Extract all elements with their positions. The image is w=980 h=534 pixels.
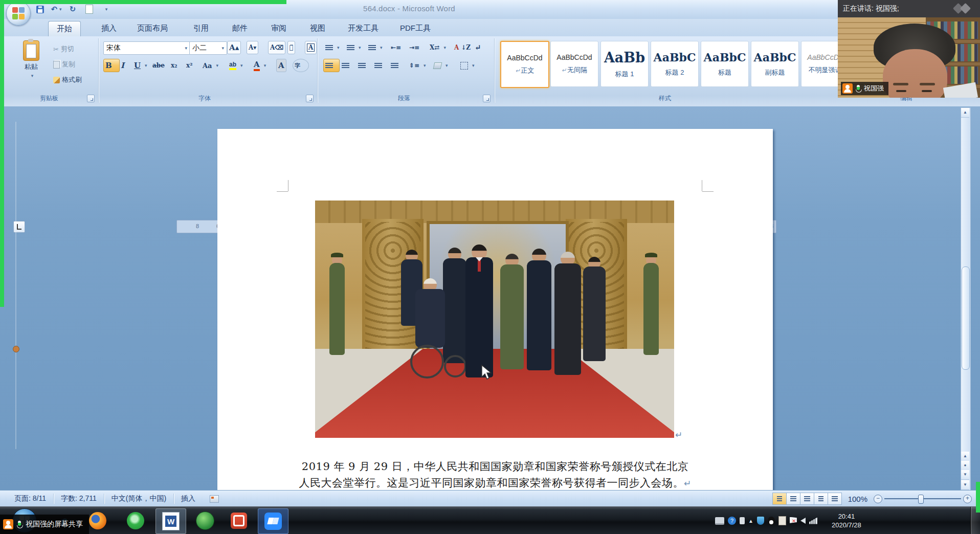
redo-button[interactable]: ↻ [66, 4, 79, 15]
style-title[interactable]: AaBbC 标题 [701, 41, 749, 87]
browse-next-button[interactable]: ▼ [961, 470, 969, 480]
copy-button[interactable]: 复制 [51, 58, 77, 71]
superscript-button[interactable]: x² [184, 59, 194, 72]
tab-developer[interactable]: 开发工具 [340, 21, 387, 36]
bullets-button[interactable]: ▾ [323, 41, 342, 54]
taskbar-clock[interactable]: 20:41 2020/7/28 [821, 512, 872, 529]
grow-font-button[interactable]: A▴ [227, 41, 241, 54]
subscript-button[interactable]: x₂ [169, 59, 179, 72]
paragraph-dialog-launcher[interactable] [483, 95, 491, 102]
browse-previous-button[interactable]: ▲ [961, 452, 969, 461]
zoom-level[interactable]: 100% [848, 495, 867, 503]
macro-record-button[interactable] [203, 491, 226, 507]
pen-icon[interactable] [740, 517, 745, 524]
borders-button[interactable]: ▾ [458, 59, 477, 72]
taskbar-voov-meeting[interactable] [258, 508, 288, 534]
document-photo[interactable] [315, 201, 674, 438]
keyboard-icon[interactable] [715, 517, 724, 525]
tab-mailings[interactable]: 邮件 [224, 21, 256, 36]
tab-pdf-tools[interactable]: PDF工具 [392, 21, 439, 36]
clear-formatting-button[interactable]: A⌫ [268, 41, 285, 54]
character-shading-button[interactable]: A [276, 59, 286, 72]
show-hide-marks-button[interactable]: ↵ [473, 41, 483, 54]
align-left-button[interactable] [323, 59, 340, 72]
network-icon[interactable] [809, 518, 817, 524]
qq-penguin-icon[interactable] [768, 517, 775, 525]
zoom-slider[interactable] [884, 498, 961, 499]
character-border-button[interactable]: A [305, 41, 317, 54]
outline-view-button[interactable] [814, 493, 828, 505]
fullscreen-reading-view-button[interactable] [786, 493, 800, 505]
change-case-button[interactable]: Aa▾ [201, 59, 220, 72]
style-heading-2[interactable]: AaBbC 标题 2 [651, 41, 699, 87]
vertical-scrollbar[interactable]: ▲ ▲ ● ▼ ▼ [961, 107, 971, 491]
speaker-icon[interactable] [800, 518, 806, 524]
show-hidden-icons[interactable]: ▲ [748, 518, 753, 524]
tab-home[interactable]: 开始 [48, 21, 81, 36]
clipboard-dialog-launcher[interactable] [87, 95, 95, 102]
asian-layout-button[interactable]: X⇄▾ [428, 41, 448, 54]
taskbar-red-recorder[interactable] [224, 508, 254, 533]
taskbar-green-browser[interactable] [121, 508, 150, 533]
style-normal[interactable]: AaBbCcDd ↵正文 [500, 41, 549, 88]
numbering-button[interactable]: ▾ [345, 41, 363, 54]
web-layout-view-button[interactable] [800, 493, 814, 505]
zoom-out-button[interactable]: − [874, 495, 882, 503]
line-spacing-button[interactable]: ⇕≡▾ [407, 59, 428, 72]
tab-review[interactable]: 审阅 [263, 21, 295, 36]
shrink-font-button[interactable]: A▾ [247, 41, 258, 54]
print-layout-view-button[interactable] [772, 493, 787, 505]
style-no-spacing[interactable]: AaBbCcDd ↵无间隔 [550, 41, 598, 87]
language-indicator[interactable]: 中文(简体，中国) [104, 491, 173, 507]
clipboard-tray-icon[interactable] [778, 516, 786, 525]
taskbar-green-globe[interactable] [190, 508, 220, 533]
undo-button[interactable]: ↶▾ [50, 4, 62, 15]
document-page[interactable]: ↵ 2019 年 9 月 29 日，中华人民共和国国家勋章和国家荣誉称号颁授仪式… [217, 129, 773, 490]
distribute-button[interactable] [389, 59, 405, 72]
zoom-in-button[interactable]: + [963, 495, 972, 503]
font-color-button[interactable]: A▾ [252, 59, 268, 72]
sort-button[interactable]: A↓Z [452, 41, 473, 54]
shading-button[interactable]: ▾ [432, 59, 450, 72]
align-center-button[interactable] [340, 59, 356, 72]
action-center-flag-icon[interactable]: ✕ [790, 517, 797, 525]
increase-indent-button[interactable]: ⇥≡ [407, 41, 421, 54]
help-icon[interactable]: ? [728, 517, 736, 525]
multilevel-list-button[interactable]: ▾ [366, 41, 385, 54]
page-indicator[interactable]: 页面: 8/11 [0, 491, 53, 507]
tab-insert[interactable]: 插入 [93, 21, 125, 36]
tab-view[interactable]: 视图 [302, 21, 333, 36]
scroll-up-button[interactable]: ▲ [961, 108, 969, 118]
shield-icon[interactable] [757, 517, 764, 525]
taskbar-word-active[interactable]: W [155, 508, 186, 534]
font-size-combo[interactable]: 小二▾ [189, 41, 227, 55]
scroll-down-button[interactable]: ▼ [961, 480, 969, 490]
customize-qat-button[interactable]: ▾ [99, 4, 112, 15]
font-name-combo[interactable]: 宋体▾ [103, 41, 190, 55]
format-painter-button[interactable]: 格式刷 [51, 73, 84, 86]
word-count[interactable]: 字数: 2,711 [54, 491, 104, 507]
office-button[interactable] [6, 1, 31, 26]
underline-button[interactable]: U▾ [132, 59, 151, 72]
tab-page-layout[interactable]: 页面布局 [129, 21, 176, 36]
browse-object-button[interactable]: ● [961, 461, 969, 471]
enclose-characters-button[interactable]: 字 [293, 59, 309, 72]
tab-references[interactable]: 引用 [185, 21, 217, 36]
strikethrough-button[interactable]: abe [150, 59, 167, 72]
insert-mode-indicator[interactable]: 插入 [174, 491, 203, 507]
cut-button[interactable]: ✂剪切 [51, 42, 76, 56]
style-heading-1[interactable]: AaBb 标题 1 [600, 41, 649, 87]
phonetic-guide-button[interactable]: 文̈ [287, 41, 295, 54]
paste-button[interactable]: 粘贴 ▾ [15, 40, 47, 92]
print-preview-button[interactable] [83, 4, 95, 15]
save-button[interactable] [34, 4, 46, 15]
highlight-color-button[interactable]: ab▾ [227, 59, 245, 72]
bold-button[interactable]: B [103, 59, 120, 72]
style-subtitle[interactable]: AaBbC 副标题 [751, 41, 799, 87]
webcam-panel[interactable]: 正在讲话: 祝国强; 祝国强 [838, 0, 980, 98]
scrollbar-thumb[interactable] [962, 266, 970, 370]
align-right-button[interactable] [356, 59, 372, 72]
zoom-slider-thumb[interactable] [918, 495, 924, 504]
justify-button[interactable] [372, 59, 389, 72]
draft-view-button[interactable] [828, 493, 842, 505]
